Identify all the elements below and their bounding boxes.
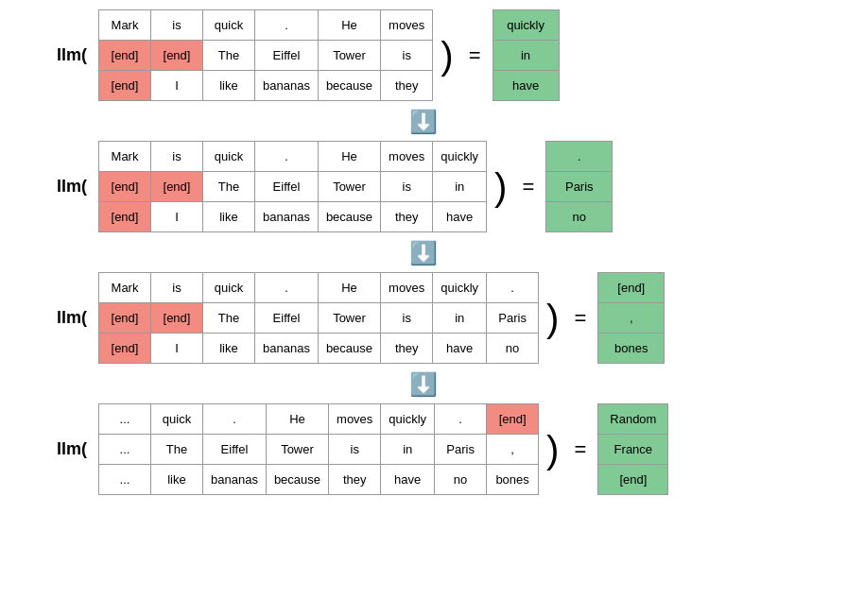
cell-1-0-6: quickly bbox=[433, 142, 487, 172]
cell-3-0-3: He bbox=[266, 404, 328, 435]
cell-1-0-1: is bbox=[151, 142, 203, 172]
cell-2-2-6: have bbox=[433, 334, 487, 364]
cell-2-2-7: no bbox=[487, 334, 539, 364]
arrow-1: ⬇️ bbox=[19, 234, 828, 272]
cell-1-2-2: like bbox=[203, 202, 255, 232]
cell-1-1-5: is bbox=[381, 172, 433, 202]
cell-1-2-5: they bbox=[381, 202, 433, 232]
cell-0-1-0: [end] bbox=[99, 41, 151, 71]
grid-table-1: Markisquick.Hemovesquickly[end][end]TheE… bbox=[98, 141, 487, 232]
cell-2-0-6: quickly bbox=[433, 273, 487, 303]
result-cell-0-2: have bbox=[493, 71, 559, 101]
result-cell-2-0: [end] bbox=[598, 273, 665, 303]
llm-label-3: llm( bbox=[19, 439, 95, 459]
llm-label-2: llm( bbox=[19, 308, 95, 328]
cell-3-2-4: they bbox=[329, 465, 381, 495]
cell-0-2-4: because bbox=[318, 71, 380, 101]
cell-0-1-4: Tower bbox=[318, 41, 380, 71]
result-cell-0-0: quickly bbox=[493, 10, 559, 41]
close-paren-0: ) bbox=[437, 37, 457, 75]
cell-0-2-2: like bbox=[203, 71, 255, 101]
cell-2-0-0: Mark bbox=[99, 273, 151, 303]
cell-0-0-4: He bbox=[318, 10, 380, 41]
cell-3-1-3: Tower bbox=[266, 435, 328, 465]
cell-0-1-3: Eiffel bbox=[255, 41, 319, 71]
cell-2-2-5: they bbox=[381, 334, 433, 364]
main-container: llm(Markisquick.Hemoves[end][end]TheEiff… bbox=[0, 0, 847, 506]
result-cell-2-1: , bbox=[598, 303, 665, 334]
cell-0-0-3: . bbox=[255, 10, 319, 41]
arrow-icon-2: ⬇️ bbox=[409, 371, 438, 398]
cell-3-2-7: bones bbox=[487, 465, 539, 495]
block-3: llm(...quick.Hemovesquickly.[end]...TheE… bbox=[19, 403, 828, 495]
cell-3-1-0: ... bbox=[99, 435, 151, 465]
cell-2-0-2: quick bbox=[203, 273, 255, 303]
block-2: llm(Markisquick.Hemovesquickly.[end][end… bbox=[19, 272, 828, 364]
cell-3-2-6: no bbox=[435, 465, 487, 495]
cell-2-0-4: He bbox=[318, 273, 380, 303]
cell-3-2-0: ... bbox=[99, 465, 151, 495]
cell-3-0-2: . bbox=[203, 404, 267, 435]
cell-0-2-5: they bbox=[381, 71, 433, 101]
cell-0-2-1: I bbox=[151, 71, 203, 101]
cell-2-1-5: is bbox=[381, 303, 433, 334]
cell-1-0-2: quick bbox=[203, 142, 255, 172]
cell-1-0-5: moves bbox=[381, 142, 433, 172]
cell-1-0-0: Mark bbox=[99, 142, 151, 172]
cell-1-1-6: in bbox=[433, 172, 487, 202]
cell-2-1-0: [end] bbox=[99, 303, 151, 334]
cell-2-0-1: is bbox=[151, 273, 203, 303]
result-table-3: RandomFrance[end] bbox=[597, 403, 668, 495]
cell-2-1-3: Eiffel bbox=[255, 303, 319, 334]
cell-1-2-6: have bbox=[433, 202, 487, 232]
result-cell-0-1: in bbox=[493, 41, 559, 71]
grid-table-2: Markisquick.Hemovesquickly.[end][end]The… bbox=[98, 272, 539, 364]
cell-0-2-0: [end] bbox=[99, 71, 151, 101]
cell-3-1-4: is bbox=[329, 435, 381, 465]
cell-2-2-3: bananas bbox=[255, 334, 319, 364]
cell-3-0-6: . bbox=[435, 404, 487, 435]
cell-1-2-4: because bbox=[318, 202, 380, 232]
result-table-2: [end],bones bbox=[597, 272, 665, 364]
cell-3-2-1: like bbox=[151, 465, 203, 495]
cell-1-1-3: Eiffel bbox=[255, 172, 319, 202]
cell-3-1-2: Eiffel bbox=[203, 435, 267, 465]
equals-3: = bbox=[566, 437, 594, 462]
cell-0-1-1: [end] bbox=[151, 41, 203, 71]
cell-1-2-3: bananas bbox=[255, 202, 319, 232]
result-table-1: .Parisno bbox=[545, 141, 613, 232]
block-1: llm(Markisquick.Hemovesquickly[end][end]… bbox=[19, 141, 828, 232]
cell-2-2-2: like bbox=[203, 334, 255, 364]
cell-2-0-5: moves bbox=[381, 273, 433, 303]
cell-1-1-4: Tower bbox=[318, 172, 380, 202]
close-paren-1: ) bbox=[491, 168, 510, 206]
cell-1-0-3: . bbox=[255, 142, 319, 172]
close-paren-2: ) bbox=[543, 299, 562, 337]
cell-1-0-4: He bbox=[318, 142, 380, 172]
cell-3-0-7: [end] bbox=[487, 404, 539, 435]
result-cell-1-0: . bbox=[546, 142, 613, 172]
cell-3-2-2: bananas bbox=[203, 465, 267, 495]
result-table-0: quicklyinhave bbox=[493, 9, 560, 101]
cell-3-0-1: quick bbox=[151, 404, 203, 435]
cell-2-2-1: I bbox=[151, 334, 203, 364]
cell-0-0-5: moves bbox=[381, 10, 433, 41]
cell-0-2-3: bananas bbox=[255, 71, 319, 101]
close-paren-3: ) bbox=[543, 431, 562, 469]
cell-2-2-0: [end] bbox=[99, 334, 151, 364]
cell-1-1-0: [end] bbox=[99, 172, 151, 202]
cell-1-2-1: I bbox=[151, 202, 203, 232]
cell-0-0-0: Mark bbox=[99, 10, 151, 41]
cell-3-0-4: moves bbox=[329, 404, 381, 435]
equals-1: = bbox=[514, 175, 542, 199]
cell-3-1-1: The bbox=[151, 435, 203, 465]
cell-0-0-1: is bbox=[151, 10, 203, 41]
arrow-icon-0: ⬇️ bbox=[409, 109, 438, 135]
equals-2: = bbox=[566, 306, 594, 331]
cell-2-1-2: The bbox=[203, 303, 255, 334]
cell-2-1-1: [end] bbox=[151, 303, 203, 334]
cell-1-2-0: [end] bbox=[99, 202, 151, 232]
result-cell-3-1: France bbox=[598, 435, 668, 465]
arrow-icon-1: ⬇️ bbox=[409, 240, 438, 266]
cell-2-0-3: . bbox=[255, 273, 319, 303]
